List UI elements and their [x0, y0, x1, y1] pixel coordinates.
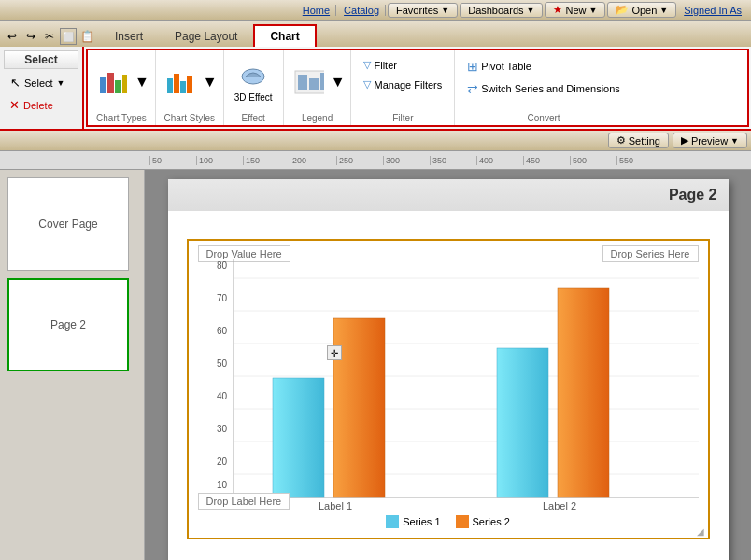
- filter-label: Filter: [355, 111, 450, 123]
- filter-content: ▽ Filter ▽ Manage Filters: [355, 52, 450, 111]
- legend-series1-label: Series 1: [403, 516, 440, 527]
- chart-types-label: Chart Types: [92, 111, 151, 123]
- chart-type-dropdown[interactable]: ▼: [135, 74, 149, 91]
- canvas-area[interactable]: Page 2 ✛ Drop Value Here Drop Series Her…: [145, 170, 751, 560]
- new-dropdown-arrow: ▼: [588, 6, 597, 15]
- manage-filters-btn[interactable]: ▽ Manage Filters: [357, 76, 448, 93]
- ruler: 50 100 150 200 250 300 350 400 450 500 5…: [0, 151, 751, 170]
- delete-button[interactable]: ✕ Delete: [4, 96, 78, 114]
- effect-content: 3D Effect: [228, 52, 279, 111]
- ruler-mark: 150: [243, 156, 290, 165]
- nav-dashboards[interactable]: Dashboards ▼: [460, 3, 543, 18]
- svg-text:Label 1: Label 1: [318, 500, 351, 511]
- select-cursor-icon: ↖: [10, 76, 21, 90]
- chart-container[interactable]: Drop Value Here Drop Series Here 80 70 6…: [187, 239, 710, 539]
- open-button[interactable]: 📂 Open ▼: [607, 2, 676, 18]
- page-2-label: Page 2: [50, 318, 86, 331]
- chart-style-icon: [166, 67, 196, 97]
- legend-series1-color: [386, 515, 399, 528]
- chart-style-btn[interactable]: [162, 64, 201, 100]
- switch-icon: ⇄: [467, 81, 478, 96]
- chart-area: 80 70 60 50 40 30 20 10 0: [198, 250, 699, 511]
- qat-paste[interactable]: 📋: [78, 28, 95, 45]
- nav-favorites[interactable]: Favorites ▼: [388, 3, 458, 18]
- page-thumbnails-panel: Cover Page Page 2: [0, 170, 145, 560]
- pivot-icon: ⊞: [467, 59, 478, 74]
- select-button[interactable]: ↖ Select ▼: [4, 73, 78, 92]
- svg-rect-33: [497, 348, 548, 497]
- cover-page-label: Cover Page: [38, 217, 97, 231]
- top-nav: Home Catalog Favorites ▼ Dashboards ▼ ★ …: [0, 0, 751, 21]
- legend-dropdown[interactable]: ▼: [331, 74, 346, 91]
- preview-button[interactable]: ▶ Preview ▼: [673, 133, 747, 148]
- nav-links: Home Catalog Favorites ▼ Dashboards ▼ ★ …: [4, 2, 747, 18]
- settings-bar: ⚙ Setting ▶ Preview ▼: [0, 131, 751, 151]
- ruler-mark: 400: [476, 156, 523, 165]
- favorites-dropdown-arrow: ▼: [441, 6, 449, 15]
- ruler-mark: 450: [523, 156, 570, 165]
- svg-rect-31: [273, 378, 324, 497]
- svg-rect-12: [320, 73, 324, 90]
- qat-undo[interactable]: ↩: [4, 28, 21, 45]
- chart-types-group: ▼ Chart Types: [88, 50, 156, 125]
- chart-styles-label: Chart Styles: [160, 111, 220, 123]
- svg-rect-2: [115, 80, 121, 93]
- select-top-label: Select: [4, 50, 78, 69]
- chart-move-handle[interactable]: ✛: [327, 345, 342, 360]
- ruler-mark: 200: [290, 156, 336, 165]
- setting-button[interactable]: ⚙ Setting: [608, 133, 669, 148]
- svg-text:20: 20: [217, 456, 228, 467]
- quick-access-toolbar: ↩ ↪ ✂ ⬜ 📋: [0, 26, 99, 47]
- chart-resize-handle[interactable]: ◢: [697, 526, 706, 536]
- chart-svg: 80 70 60 50 40 30 20 10 0: [198, 250, 699, 511]
- tab-insert[interactable]: Insert: [99, 25, 159, 47]
- tab-chart[interactable]: Chart: [253, 24, 316, 48]
- ruler-marks: 50 100 150 200 250 300 350 400 450 500 5…: [149, 156, 663, 165]
- switch-series-btn[interactable]: ⇄ Switch Series and Dimensions: [461, 78, 627, 99]
- svg-text:70: 70: [217, 293, 228, 303]
- chart-style-dropdown[interactable]: ▼: [203, 74, 218, 91]
- legend-series2-label: Series 2: [473, 516, 510, 527]
- chart-legend: Series 1 Series 2: [198, 515, 699, 528]
- filter-icon: ▽: [363, 59, 371, 71]
- qat-cut[interactable]: ✂: [41, 28, 58, 45]
- svg-text:60: 60: [217, 326, 228, 336]
- svg-rect-7: [187, 76, 192, 93]
- 3d-effect-icon: [238, 62, 268, 91]
- qat-copy[interactable]: ⬜: [60, 28, 77, 45]
- page-thumb-cover[interactable]: Cover Page: [7, 177, 129, 271]
- filter-btn[interactable]: ▽ Filter: [357, 56, 403, 74]
- nav-catalog[interactable]: Catalog: [338, 5, 386, 16]
- preview-dropdown-arrow: ▼: [730, 136, 739, 146]
- open-dropdown-arrow: ▼: [659, 6, 668, 15]
- tab-page-layout[interactable]: Page Layout: [159, 25, 253, 47]
- delete-icon: ✕: [9, 98, 20, 112]
- new-button[interactable]: ★ New ▼: [545, 2, 605, 18]
- ruler-mark: 300: [383, 156, 430, 165]
- legend-series1: Series 1: [386, 515, 440, 528]
- svg-text:40: 40: [217, 391, 228, 401]
- chart-styles-group: ▼ Chart Styles: [156, 50, 224, 125]
- chart-styles-content: ▼: [160, 52, 220, 111]
- ribbon: Select ↖ Select ▼ ✕ Delete: [0, 47, 751, 131]
- convert-label: Convert: [459, 111, 629, 123]
- legend-btn[interactable]: [290, 64, 329, 100]
- svg-rect-10: [298, 75, 307, 90]
- svg-text:30: 30: [217, 424, 228, 434]
- effect-group: 3D Effect Effect: [224, 50, 284, 125]
- pivot-table-btn[interactable]: ⊞ Pivot Table: [461, 56, 538, 77]
- 3d-effect-btn[interactable]: 3D Effect: [230, 59, 277, 105]
- svg-rect-5: [174, 74, 179, 93]
- ruler-mark: 250: [336, 156, 383, 165]
- legend-series2: Series 2: [456, 515, 510, 528]
- select-toolbar: Select ↖ Select ▼ ✕ Delete: [0, 47, 84, 129]
- nav-home[interactable]: Home: [297, 5, 336, 16]
- gear-icon: ⚙: [616, 134, 626, 147]
- svg-rect-34: [558, 288, 609, 497]
- bar-chart-icon: [98, 67, 128, 97]
- qat-redo[interactable]: ↪: [22, 28, 39, 45]
- chart-type-bar-btn[interactable]: [93, 64, 133, 100]
- preview-icon: ▶: [681, 134, 688, 147]
- svg-text:80: 80: [217, 260, 228, 271]
- page-thumb-2[interactable]: Page 2: [7, 278, 129, 371]
